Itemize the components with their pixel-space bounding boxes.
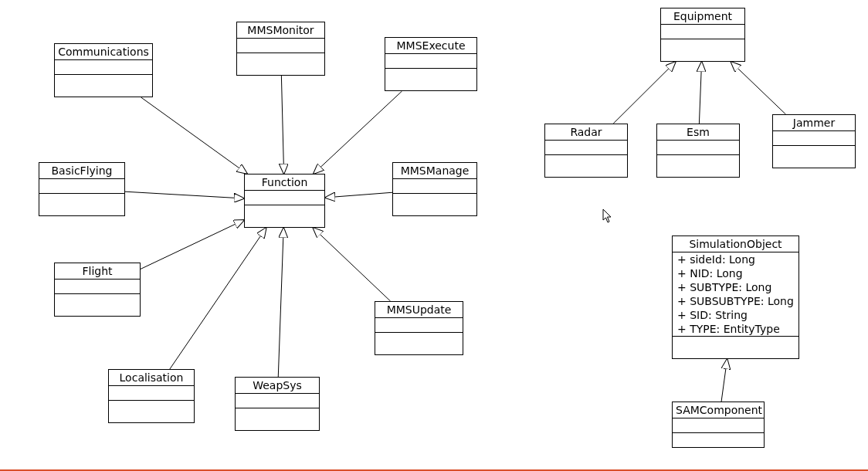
class-title: MMSExecute [385, 38, 476, 54]
generalization-radar-to-equipment [613, 62, 676, 124]
class-equipment[interactable]: Equipment [660, 8, 745, 62]
generalization-localisation-to-function [170, 228, 266, 369]
class-operations [673, 337, 798, 355]
generalization-esm-to-equipment [699, 62, 701, 124]
generalization-mmsupdate-to-function [313, 228, 390, 301]
mouse-cursor-icon [602, 208, 613, 224]
generalization-basicflying-to-function [125, 191, 244, 198]
class-title: BasicFlying [39, 163, 124, 179]
class-operations [673, 433, 764, 447]
class-function[interactable]: Function [244, 174, 325, 228]
class-title: Jammer [773, 115, 855, 131]
class-title: Radar [545, 124, 627, 141]
class-title: Communications [55, 44, 152, 60]
class-attributes [393, 179, 476, 194]
class-title: Flight [55, 263, 140, 280]
class-operations [55, 294, 140, 308]
class-radar[interactable]: Radar [544, 124, 628, 178]
class-attribute: + sideId: Long [673, 252, 798, 266]
class-title: Function [245, 175, 324, 191]
class-operations [245, 205, 324, 219]
class-attributes [657, 141, 739, 155]
class-attributes [236, 394, 319, 408]
class-operations [55, 75, 152, 89]
generalization-jammer-to-equipment [731, 62, 786, 114]
class-operations [773, 146, 855, 160]
class-attribute: + SID: String [673, 308, 798, 322]
class-attributes [375, 318, 463, 333]
class-title: SimulationObject [673, 236, 798, 252]
class-mmsmanage[interactable]: MMSManage [392, 162, 477, 216]
class-attribute: + SUBSUBTYPE: Long [673, 294, 798, 308]
class-simulationobject[interactable]: SimulationObject+ sideId: Long+ NID: Lon… [672, 235, 799, 359]
class-operations [375, 333, 463, 347]
class-localisation[interactable]: Localisation [108, 369, 195, 423]
class-attributes [545, 141, 627, 155]
class-operations [545, 155, 627, 169]
class-attributes: + sideId: Long+ NID: Long+ SUBTYPE: Long… [673, 252, 798, 337]
class-operations [109, 401, 194, 415]
class-operations [657, 155, 739, 169]
generalization-mmsexecute-to-function [314, 91, 402, 174]
class-attributes [237, 39, 324, 53]
class-operations [661, 39, 744, 53]
generalization-mmsmanage-to-function [325, 192, 392, 198]
class-operations [236, 408, 319, 422]
class-mmsmonitor[interactable]: MMSMonitor [236, 22, 325, 76]
class-title: WeapSys [236, 378, 319, 394]
class-samcomponent[interactable]: SAMComponent [672, 402, 765, 448]
generalization-weapsys-to-function [278, 228, 283, 377]
class-title: Esm [657, 124, 739, 141]
class-operations [385, 69, 476, 83]
class-basicflying[interactable]: BasicFlying [39, 162, 125, 216]
class-jammer[interactable]: Jammer [772, 114, 856, 168]
class-title: MMSUpdate [375, 302, 463, 318]
class-esm[interactable]: Esm [656, 124, 740, 178]
generalization-flight-to-function [141, 220, 244, 269]
class-flight[interactable]: Flight [54, 263, 141, 317]
class-attribute: + SUBTYPE: Long [673, 280, 798, 294]
class-attributes [385, 54, 476, 69]
class-operations [39, 194, 124, 208]
class-attributes [773, 131, 855, 146]
class-attribute: + TYPE: EntityType [673, 322, 798, 336]
class-attributes [109, 386, 194, 401]
class-attributes [661, 25, 744, 39]
class-attributes [673, 418, 764, 433]
class-attributes [245, 191, 324, 205]
class-operations [237, 53, 324, 67]
generalization-mmsmonitor-to-function [281, 76, 283, 174]
class-attribute: + NID: Long [673, 266, 798, 280]
class-title: MMSManage [393, 163, 476, 179]
class-attributes [39, 179, 124, 194]
generalization-communications-to-function [141, 97, 247, 174]
class-communications[interactable]: Communications [54, 43, 153, 97]
class-title: SAMComponent [673, 402, 764, 418]
class-attributes [55, 280, 140, 294]
class-operations [393, 194, 476, 208]
class-title: MMSMonitor [237, 22, 324, 39]
class-title: Equipment [661, 8, 744, 25]
class-title: Localisation [109, 370, 194, 386]
generalization-samcomponent-to-simulationobject [721, 359, 727, 402]
class-mmsexecute[interactable]: MMSExecute [385, 37, 477, 91]
class-weapsys[interactable]: WeapSys [235, 377, 320, 431]
class-attributes [55, 60, 152, 75]
class-mmsupdate[interactable]: MMSUpdate [375, 301, 463, 355]
